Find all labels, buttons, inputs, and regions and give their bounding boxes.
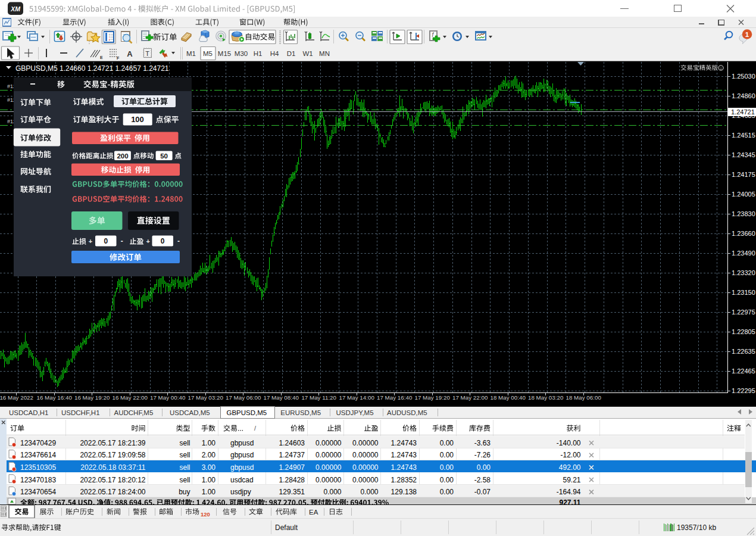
svg-text:T: T	[145, 50, 149, 57]
svg-text:sell: sell	[179, 476, 190, 484]
svg-text:GBPUSD,M5 1.24660 1.24721 1.2: GBPUSD,M5 1.24660 1.24721 1.24657 1.2472…	[15, 64, 169, 73]
svg-text:0.00000: 0.00000	[315, 463, 342, 472]
svg-text:16 May 2022: 16 May 2022	[0, 394, 33, 401]
svg-text:123470429: 123470429	[20, 439, 56, 447]
svg-text:D1: D1	[287, 50, 296, 57]
svg-text:129.351: 129.351	[279, 488, 305, 496]
svg-text:-164.94: -164.94	[557, 488, 581, 496]
svg-text:M30: M30	[235, 50, 248, 57]
svg-text:0.00000: 0.00000	[315, 451, 342, 459]
svg-text:H4: H4	[270, 50, 279, 57]
svg-text:1.23320: 1.23320	[732, 269, 755, 276]
svg-text:sell: sell	[179, 451, 190, 459]
svg-text:1.23660: 1.23660	[732, 230, 755, 237]
svg-text:1.23150: 1.23150	[732, 289, 755, 296]
svg-text:2022.05.17 18:21:39: 2022.05.17 18:21:39	[80, 439, 145, 447]
svg-text:M15: M15	[218, 50, 231, 57]
svg-text:1.28352: 1.28352	[391, 476, 417, 484]
svg-text:123470654: 123470654	[20, 488, 56, 496]
svg-text:H1: H1	[254, 50, 263, 57]
svg-text:-3.63: -3.63	[474, 439, 491, 447]
svg-text:buy: buy	[179, 488, 190, 496]
svg-text:0.00000: 0.00000	[315, 476, 342, 484]
svg-text:19357/10 kb: 19357/10 kb	[677, 523, 716, 532]
svg-text:-: -	[177, 237, 180, 245]
svg-text:16 May 16:40: 16 May 16:40	[37, 394, 73, 401]
svg-text:123470183: 123470183	[20, 476, 56, 484]
svg-text:18 May 06:00: 18 May 06:00	[566, 394, 602, 401]
svg-text:1.24907: 1.24907	[279, 463, 305, 472]
svg-text:USDJPY,M5: USDJPY,M5	[336, 409, 374, 416]
svg-text:W1: W1	[302, 50, 313, 57]
svg-text:17 May 03:20: 17 May 03:20	[188, 394, 224, 401]
svg-text:+: +	[89, 238, 92, 245]
svg-text:3.00: 3.00	[202, 463, 216, 472]
svg-text:2022.05.18 03:37:11: 2022.05.18 03:37:11	[80, 463, 146, 472]
svg-text:100: 100	[131, 115, 144, 124]
svg-text:1.24005: 1.24005	[732, 191, 755, 198]
svg-text:usdcad: usdcad	[230, 476, 254, 484]
svg-text:-7.26: -7.26	[474, 451, 491, 459]
svg-text:AUDCHF,M5: AUDCHF,M5	[114, 409, 154, 416]
svg-text:123476614: 123476614	[20, 451, 56, 459]
svg-text:+: +	[146, 238, 149, 245]
svg-text:18 May 03:20: 18 May 03:20	[528, 394, 564, 401]
svg-text:0.00000: 0.00000	[352, 439, 379, 447]
svg-text:1.00: 1.00	[202, 439, 216, 447]
svg-text:GBPUSD,M5: GBPUSD,M5	[227, 409, 267, 416]
svg-text:16 May 22:00: 16 May 22:00	[113, 394, 148, 401]
svg-text:-: -	[121, 237, 123, 245]
svg-text:-2.58: -2.58	[474, 476, 491, 484]
svg-text:17 May 11:20: 17 May 11:20	[301, 394, 336, 401]
svg-text:MN: MN	[319, 50, 330, 57]
svg-text:USDCAD,M5: USDCAD,M5	[170, 409, 210, 416]
svg-text:2022.05.17 19:09:58: 2022.05.17 19:09:58	[80, 451, 145, 459]
svg-text:sell: sell	[179, 463, 190, 472]
svg-text:0.00000: 0.00000	[352, 463, 379, 472]
svg-text:M5: M5	[203, 50, 213, 57]
svg-text:123510305: 123510305	[20, 463, 56, 472]
svg-text:E: E	[100, 55, 103, 60]
svg-text:-0.07: -0.07	[474, 488, 491, 496]
svg-text:0.00: 0.00	[440, 476, 454, 484]
svg-text:gbpusd: gbpusd	[230, 463, 254, 472]
svg-text:0.00000: 0.00000	[352, 451, 379, 459]
svg-text:17 May 16:40: 17 May 16:40	[377, 394, 413, 401]
svg-text:17 May 14:00: 17 May 14:00	[339, 394, 375, 401]
svg-text:1.00: 1.00	[202, 488, 216, 496]
svg-text:Default: Default	[275, 523, 298, 532]
svg-text:0.00000: 0.00000	[352, 476, 379, 484]
svg-text:17 May 00:40: 17 May 00:40	[150, 394, 186, 401]
svg-text:1.23830: 1.23830	[732, 210, 755, 217]
svg-text:USDCAD,H1: USDCAD,H1	[9, 409, 48, 416]
svg-text:1.25030: 1.25030	[732, 73, 755, 80]
svg-text:USDCHF,H1: USDCHF,H1	[61, 409, 100, 416]
svg-text:2022.05.17 18:20:12: 2022.05.17 18:20:12	[80, 476, 145, 484]
svg-text:0: 0	[104, 237, 108, 245]
svg-text:17 May 06:00: 17 May 06:00	[226, 394, 261, 401]
svg-text:1.24860: 1.24860	[732, 92, 755, 99]
svg-text:-140.00: -140.00	[557, 439, 581, 447]
svg-text:F: F	[117, 56, 120, 60]
svg-text:1.24721: 1.24721	[731, 108, 755, 116]
svg-text:0.00000: 0.00000	[315, 439, 342, 447]
svg-text:1.22805: 1.22805	[732, 328, 755, 335]
svg-text:1.22465: 1.22465	[732, 367, 755, 375]
svg-text:M1: M1	[186, 50, 196, 57]
svg-text:17 May 19:20: 17 May 19:20	[415, 394, 451, 401]
svg-text:1.28428: 1.28428	[279, 476, 305, 484]
svg-text:1.24743: 1.24743	[391, 463, 417, 472]
svg-text:1.24737: 1.24737	[279, 451, 305, 459]
svg-text:gbpusd: gbpusd	[230, 439, 254, 447]
svg-text:AUDUSD,M5: AUDUSD,M5	[387, 409, 427, 416]
svg-text:0.00: 0.00	[440, 451, 454, 459]
svg-text:1.23490: 1.23490	[732, 250, 755, 257]
svg-text:usdjpy: usdjpy	[230, 488, 251, 496]
svg-text:2.00: 2.00	[202, 451, 216, 459]
svg-text:2022.05.17 18:24:00: 2022.05.17 18:24:00	[80, 488, 145, 496]
svg-text:18 May 00:40: 18 May 00:40	[491, 394, 526, 401]
svg-text:1.22295: 1.22295	[732, 387, 755, 394]
svg-text:1.24515: 1.24515	[732, 132, 755, 139]
svg-text:sell: sell	[179, 439, 190, 447]
svg-text:gbpusd: gbpusd	[230, 451, 254, 459]
